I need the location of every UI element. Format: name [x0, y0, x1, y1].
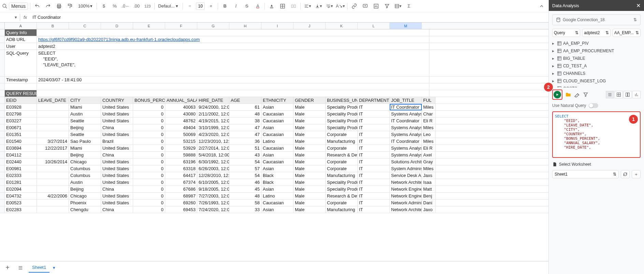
menus-button[interactable]: Menus — [9, 2, 28, 10]
cell[interactable]: E01540 — [5, 138, 37, 145]
cell[interactable]: Male — [294, 172, 326, 179]
cell[interactable]: Male — [294, 159, 326, 165]
cell[interactable]: 50069 — [165, 131, 197, 138]
cell[interactable]: 43080 — [165, 111, 197, 117]
run-query-button[interactable] — [554, 91, 561, 98]
cell[interactable]: Male — [294, 145, 326, 151]
cell[interactable]: Asian — [261, 165, 294, 172]
cell[interactable]: E00671 — [5, 124, 37, 131]
cell[interactable]: 40063 — [165, 104, 197, 110]
cell[interactable]: Corporate — [326, 159, 358, 165]
cell[interactable]: China — [101, 206, 133, 213]
wrap-icon[interactable]: ▾ — [325, 1, 334, 11]
search-icon[interactable] — [2, 3, 8, 9]
cell[interactable]: E02283 — [5, 206, 37, 213]
percent-icon[interactable]: % — [110, 1, 119, 11]
cell[interactable]: IT Coordinator — [390, 138, 422, 145]
tree-table-item[interactable]: ▸CD_TEST_A — [552, 62, 641, 70]
font-size-decrease-icon[interactable]: − — [185, 1, 195, 11]
table-row[interactable]: E02798AustinUnited States0430802/11/2002… — [0, 111, 548, 118]
cell[interactable]: IT — [358, 118, 390, 124]
cell[interactable]: Seattle — [69, 131, 101, 138]
cell[interactable]: 54 — [229, 172, 261, 179]
font-size-increase-icon[interactable]: + — [206, 1, 216, 11]
cell[interactable]: HIRE_DATE — [197, 97, 229, 104]
cell[interactable]: IT — [358, 152, 390, 158]
cell[interactable]: Columbus — [69, 172, 101, 179]
cell[interactable]: 0 — [133, 193, 165, 199]
cell[interactable]: User — [5, 43, 37, 50]
cell[interactable]: Systems Analyst — [390, 131, 422, 138]
comment-icon[interactable] — [360, 1, 370, 11]
cell[interactable]: System Administ — [390, 165, 422, 172]
view-chart-icon[interactable] — [632, 91, 641, 98]
cell[interactable]: Male — [294, 152, 326, 158]
cell[interactable]: 5/4/2018, 12:00: — [197, 152, 229, 158]
cell[interactable]: 49404 — [165, 124, 197, 131]
cell[interactable]: 0 — [133, 186, 165, 192]
cell[interactable]: Network Architec — [390, 206, 422, 213]
cell[interactable]: E01351 — [5, 131, 37, 138]
cell[interactable]: Seattle — [69, 118, 101, 124]
cell[interactable]: Speciality Produ — [326, 111, 358, 117]
cell[interactable]: Manufacturing — [326, 172, 358, 179]
cell[interactable]: 59888 — [165, 152, 197, 158]
cell[interactable]: 0 — [133, 206, 165, 213]
cell[interactable]: Asian — [261, 206, 294, 213]
cell[interactable]: Male — [294, 124, 326, 131]
cell[interactable] — [37, 131, 69, 138]
cell[interactable]: United States — [101, 193, 133, 199]
cell[interactable] — [37, 152, 69, 158]
cell[interactable]: United States — [101, 179, 133, 186]
cell[interactable]: LEAVE_DATE — [37, 97, 69, 104]
bold-icon[interactable]: B — [220, 1, 230, 11]
cell[interactable]: 0 — [133, 131, 165, 138]
table-row[interactable]: E01351SeattleUnited States0500694/23/202… — [0, 131, 548, 138]
cell[interactable]: Speciality Produ — [326, 104, 358, 110]
name-box[interactable]: ▾ — [0, 15, 20, 20]
cell[interactable]: E02333 — [5, 172, 37, 179]
table-row[interactable]: E02333ColumbusUnited States06441712/28/2… — [0, 172, 548, 179]
cell[interactable] — [37, 172, 69, 179]
cell[interactable]: 2/27/2014, 12:00 — [197, 145, 229, 151]
cell[interactable]: United States — [101, 131, 133, 138]
cell[interactable]: IT — [358, 179, 390, 186]
cell[interactable]: 6/26/2003, 12:00 — [197, 165, 229, 172]
cell[interactable]: 58 — [229, 200, 261, 206]
cell[interactable]: E01281 — [5, 179, 37, 186]
table-row[interactable]: E00523PhoenixUnited States0692607/26/199… — [0, 200, 548, 206]
cell[interactable]: Austin — [69, 111, 101, 117]
open-folder-icon[interactable] — [565, 92, 571, 98]
table-row[interactable]: E03227SeattleUnited States0487624/19/201… — [0, 118, 548, 124]
cell[interactable]: 64417 — [165, 172, 197, 179]
cell[interactable]: 48 — [229, 193, 261, 199]
cell[interactable]: Male — [294, 200, 326, 206]
cell[interactable]: AGE — [229, 97, 261, 104]
cell[interactable]: 48762 — [165, 118, 197, 124]
cell[interactable]: QUERY RESULT — [5, 90, 37, 97]
tree-table-item[interactable]: ▸CHANNELS — [552, 70, 641, 77]
paint-format-icon[interactable] — [65, 1, 75, 11]
cell[interactable]: 0 — [133, 172, 165, 179]
cell[interactable]: E00523 — [5, 200, 37, 206]
tree-table-item[interactable]: ▸COSTS — [552, 85, 641, 87]
cell[interactable]: Isaa — [422, 179, 435, 186]
filter-icon[interactable] — [382, 1, 392, 11]
cell[interactable]: United States — [101, 159, 133, 165]
cell[interactable]: E02440 — [5, 159, 37, 165]
cell[interactable]: Caucasian — [261, 131, 294, 138]
cell[interactable]: IT — [358, 138, 390, 145]
cell[interactable]: Eli R — [422, 145, 435, 151]
cell[interactable]: IT — [358, 165, 390, 172]
column-header[interactable]: L — [358, 23, 390, 29]
cell[interactable]: E03928 — [5, 104, 37, 110]
cell[interactable]: E04732 — [5, 193, 37, 199]
spreadsheet-grid[interactable]: ABCDEFGHIJKLM Query InfoADB URLhttps://g… — [0, 23, 548, 261]
cell[interactable]: Brazil — [101, 138, 133, 145]
cell[interactable]: Systems Analyst — [390, 145, 422, 151]
cell[interactable]: Asian — [261, 186, 294, 192]
cell[interactable]: 53215 — [165, 138, 197, 145]
cell[interactable]: Miles — [422, 138, 435, 145]
cell[interactable]: ETHNICITY — [261, 97, 294, 104]
natural-query-toggle[interactable] — [589, 103, 598, 108]
